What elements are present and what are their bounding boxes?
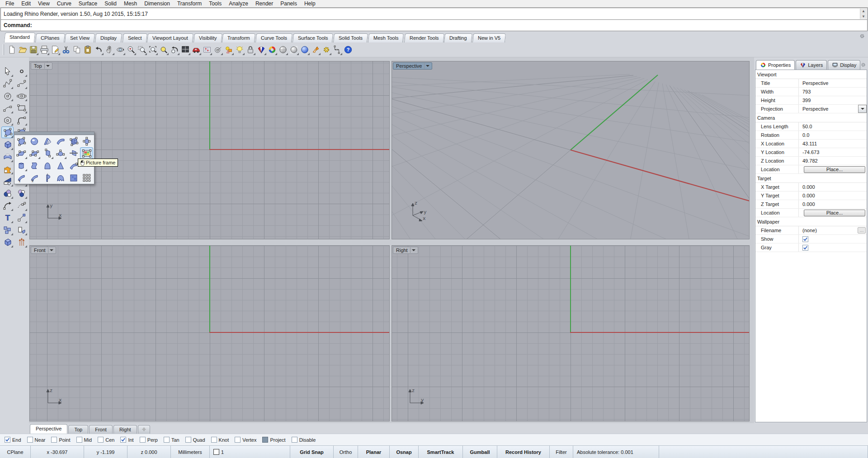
toolbar-grip[interactable]	[3, 44, 4, 55]
set-view-button[interactable]	[212, 44, 223, 56]
arc-tool-button[interactable]	[1, 102, 14, 114]
menu-file[interactable]: File	[2, 0, 18, 7]
polygon-tool-button[interactable]	[1, 114, 14, 126]
polyline-tool-button[interactable]	[1, 78, 14, 89]
ext-straight-tool-button[interactable]	[14, 159, 28, 172]
osnap-checkbox-quad[interactable]	[185, 437, 191, 443]
wedge-tool-button[interactable]	[1, 175, 14, 187]
y-coordinate[interactable]: y -1.199	[84, 446, 127, 458]
notes-button[interactable]	[50, 44, 61, 56]
save-button[interactable]	[28, 44, 39, 56]
blend-curve-tool-button[interactable]	[15, 200, 28, 211]
fillet-corner-tool-button[interactable]	[15, 114, 28, 126]
revolve-tool-button[interactable]	[41, 172, 54, 184]
command-input[interactable]: Command:	[0, 19, 868, 31]
srf-twist-tool-button[interactable]	[80, 135, 93, 147]
toggle-filter[interactable]: Filter	[550, 446, 573, 458]
browse-button[interactable]: ...	[858, 227, 866, 234]
render-preview-button[interactable]	[299, 44, 310, 56]
menu-view[interactable]: View	[34, 0, 53, 7]
ext-wavy-tool-button[interactable]	[28, 159, 41, 172]
menu-help[interactable]: Help	[301, 0, 319, 7]
osnap-checkbox-end[interactable]	[5, 437, 10, 443]
move-point-tool-button[interactable]	[15, 212, 28, 224]
toolbar-tab-curve-tools[interactable]: Curve Tools	[255, 33, 292, 42]
cut-button[interactable]	[61, 44, 71, 56]
place-button[interactable]: Place...	[804, 166, 865, 173]
osnap-checkbox-project[interactable]	[262, 437, 268, 443]
options-gear-button[interactable]	[321, 44, 332, 56]
srf-grid-tool-button[interactable]	[80, 172, 93, 184]
lock-button[interactable]	[245, 44, 256, 56]
help-button[interactable]: ?	[343, 44, 354, 56]
fillet-arc-tool-button[interactable]	[1, 200, 14, 211]
color-wheel-button[interactable]	[267, 44, 278, 56]
toolbar-tab-mesh-tools[interactable]: Mesh Tools	[368, 33, 404, 42]
toolbar-tab-viewport-layout[interactable]: Viewport Layout	[147, 33, 193, 42]
toolbar-tab-visibility[interactable]: Visibility	[193, 33, 222, 42]
cplane-pane[interactable]: CPlane	[0, 446, 31, 458]
new-file-button[interactable]	[6, 44, 17, 56]
menu-render[interactable]: Render	[252, 0, 277, 7]
curved-surface-tool-button[interactable]	[1, 151, 14, 163]
layer-pane[interactable]: 1	[210, 446, 290, 458]
undo-button[interactable]	[93, 44, 104, 56]
paste-button[interactable]	[82, 44, 93, 56]
dimension-button[interactable]	[332, 44, 343, 56]
viewport-menu-arrow-icon[interactable]	[48, 248, 55, 253]
viewport-front[interactable]: zx Front	[29, 245, 390, 421]
dropdown-arrow-icon[interactable]	[858, 105, 867, 113]
zoom-selected-button[interactable]	[147, 44, 158, 56]
curve-points-tool-button[interactable]	[15, 78, 28, 89]
toggle-gumball[interactable]: Gumball	[463, 446, 497, 458]
flyout-drag-handle[interactable]	[14, 132, 94, 135]
viewport-layout-button[interactable]	[180, 44, 191, 56]
srf-curved-tool-button[interactable]	[54, 135, 67, 147]
ext-dome-tool-button[interactable]	[41, 159, 54, 172]
viewport-menu-arrow-icon[interactable]	[410, 248, 417, 253]
plane-vert-tool-button[interactable]	[41, 147, 54, 159]
render-button[interactable]	[256, 44, 267, 56]
menu-solid[interactable]: Solid	[101, 0, 120, 7]
visibility-lightbulb-button[interactable]	[234, 44, 245, 56]
checkbox[interactable]	[802, 236, 808, 242]
copy-button[interactable]	[71, 44, 82, 56]
viewport-title-top[interactable]: Top	[31, 62, 52, 70]
viewport-title-perspective[interactable]: Perspective	[393, 62, 432, 70]
select-tool-button[interactable]	[1, 65, 14, 77]
boolean-diff-tool-button[interactable]	[15, 187, 28, 199]
toolbar-tab-transform[interactable]: Transform	[222, 33, 255, 42]
viewport-menu-arrow-icon[interactable]	[424, 63, 431, 69]
menu-mesh[interactable]: Mesh	[120, 0, 141, 7]
osnap-checkbox-tan[interactable]	[164, 437, 170, 443]
srf-patch-tool-button[interactable]	[67, 135, 80, 147]
panel-tab-layers[interactable]: Layers	[796, 60, 827, 70]
box-tool-button[interactable]	[1, 236, 14, 248]
viewport-title-front[interactable]: Front	[31, 247, 56, 254]
point-tool-button[interactable]	[15, 65, 28, 77]
toolbar-tab-set-view[interactable]: Set View	[65, 33, 95, 42]
checkbox[interactable]	[802, 245, 808, 251]
menu-dimension[interactable]: Dimension	[141, 0, 174, 7]
panel-tab-display[interactable]: Display	[828, 60, 860, 70]
pan-button[interactable]	[104, 44, 115, 56]
cutplane-tool-button[interactable]	[67, 147, 80, 159]
viewport-tab-right[interactable]: Right	[113, 425, 137, 434]
drape-tool-button[interactable]	[54, 172, 67, 184]
scroll-down-icon[interactable]: ▼	[860, 14, 867, 19]
box-tool-button[interactable]	[1, 139, 14, 150]
menu-transform[interactable]: Transform	[174, 0, 205, 7]
toolbar-tab-cplanes[interactable]: CPlanes	[35, 33, 65, 42]
circle-radius-tool-button[interactable]	[1, 90, 14, 102]
osnap-checkbox-mid[interactable]	[76, 437, 82, 443]
named-views-button[interactable]	[191, 44, 202, 56]
osnap-checkbox-cen[interactable]	[98, 437, 104, 443]
menu-panels[interactable]: Panels	[277, 0, 301, 7]
rectangle-tool-button[interactable]	[15, 102, 28, 114]
tab-options-gear-icon[interactable]	[859, 33, 865, 39]
osnap-checkbox-int[interactable]	[120, 437, 126, 443]
puzzle-solid-tool-button[interactable]	[1, 163, 14, 175]
viewport-tab-front[interactable]: Front	[89, 425, 113, 434]
x-coordinate[interactable]: x -30.697	[31, 446, 84, 458]
toggle-osnap[interactable]: Osnap	[390, 446, 419, 458]
